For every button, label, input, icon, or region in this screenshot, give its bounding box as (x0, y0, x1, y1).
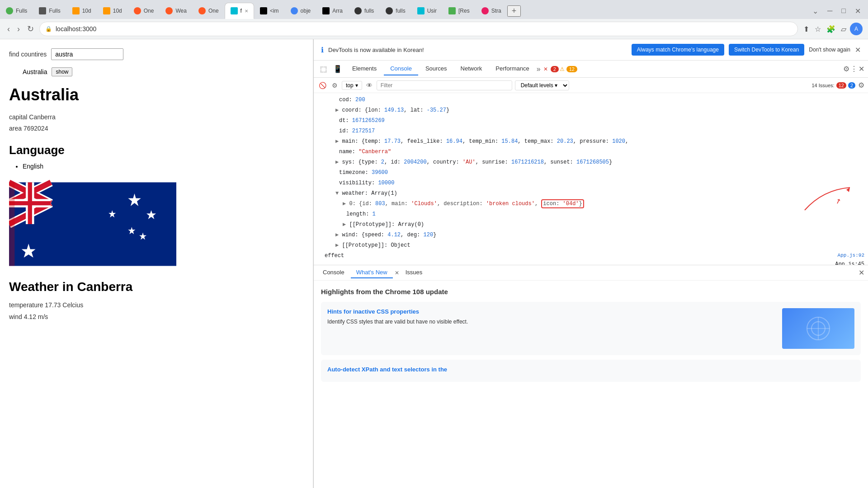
btab-console[interactable]: Console (317, 267, 350, 278)
match-language-button[interactable]: Always match Chrome's language (632, 44, 724, 56)
country-list: Australia show (23, 67, 304, 76)
tab-15-label: [Res (458, 8, 470, 14)
eye-button[interactable]: 👁 (365, 80, 374, 90)
split-view-button[interactable]: ▱ (839, 23, 848, 35)
console-line[interactable]: ▶ [[Prototype]]: Object (314, 240, 868, 251)
notif-text: DevTools is now available in Korean! (328, 47, 627, 53)
notif-close-button[interactable]: ✕ (855, 46, 861, 54)
url-bar[interactable]: 🔒 localhost:3000 (39, 22, 798, 36)
card-1-desc: Identify CSS styles that are valid but h… (327, 318, 777, 326)
tab-network[interactable]: Network (454, 62, 489, 75)
minimize-button[interactable]: ─ (824, 5, 836, 17)
tab-2[interactable]: Fulls (33, 3, 66, 19)
whats-new-card-1: Hints for inactive CSS properties Identi… (321, 302, 861, 355)
share-button[interactable]: ⬆ (802, 23, 811, 35)
bookmark-button[interactable]: ☆ (813, 23, 823, 35)
devtools-bottom-panel: Console What's New ✕ Issues ✕ Highlights… (314, 265, 868, 394)
line-content: ▶ [[Prototype]]: Array(0) (325, 221, 864, 229)
console-output: cod: 200 ▶ coord: {lon: 149.13, lat: -35… (314, 93, 868, 265)
clear-console-button[interactable]: 🚫 (317, 80, 328, 90)
extensions-button[interactable]: 🧩 (825, 23, 837, 35)
tab-9-label: <im (270, 8, 279, 14)
card-2-title[interactable]: Auto-detect XPath and text selectors in … (327, 366, 854, 373)
refresh-button[interactable]: ↻ (25, 22, 36, 36)
tab-12-label: fulls (364, 8, 374, 14)
console-filter-input[interactable] (377, 80, 512, 90)
tab-performance[interactable]: Performance (489, 62, 535, 75)
tab-1[interactable]: Fulls (0, 3, 33, 19)
tab-elements[interactable]: Elements (346, 62, 383, 75)
tab-7[interactable]: One (193, 3, 225, 19)
tab-4[interactable]: 10d (97, 3, 128, 19)
close-bottom-panel[interactable]: ✕ (859, 268, 864, 277)
context-label: top (346, 82, 354, 89)
tab-5-label: One (144, 8, 154, 14)
device-toolbar-button[interactable]: 📱 (330, 63, 345, 75)
console-line[interactable]: ▶ [[Prototype]]: Array(0) (314, 220, 868, 230)
tab-13[interactable]: fulls (380, 3, 411, 19)
tab-4-label: 10d (113, 8, 122, 14)
more-tabs-button[interactable]: » (537, 65, 541, 73)
weather-array-item[interactable]: ▶ 0: {id: 803, main: 'Clouds', descripti… (314, 199, 868, 209)
tab-11[interactable]: Arra (316, 3, 349, 19)
line-content: id: 2172517 (325, 127, 864, 135)
show-button[interactable]: show (52, 67, 72, 76)
tab-console[interactable]: Console (384, 62, 418, 75)
tab-14[interactable]: Usir (411, 3, 443, 19)
flag-container (9, 179, 304, 271)
switch-korean-button[interactable]: Switch DevTools to Korean (729, 44, 804, 56)
search-label: find countires (9, 51, 47, 58)
devtools-close-button[interactable]: ✕ (859, 65, 864, 73)
devtools-settings-button[interactable]: ⚙ (843, 65, 849, 73)
console-line[interactable]: ▶ main: {temp: 17.73, feels_like: 16.94,… (314, 136, 868, 147)
tab-10[interactable]: obje (285, 3, 317, 19)
issues-badge: 14 Issues: 12 2 (811, 82, 855, 89)
devtools-more-button[interactable]: ⋮ (850, 65, 858, 73)
tab-12[interactable]: fulls (349, 3, 380, 19)
maximize-button[interactable]: □ (838, 5, 849, 17)
tab-6[interactable]: Wea (160, 3, 192, 19)
tab-3[interactable]: 10d (66, 3, 97, 19)
tab-16-label: Stra (491, 8, 501, 14)
tab-5[interactable]: One (128, 3, 160, 19)
inspect-element-button[interactable]: ⬚ (317, 63, 330, 75)
tab-9[interactable]: <im (254, 3, 285, 19)
console-settings-button[interactable]: ⚙ (330, 80, 339, 90)
new-tab-button[interactable]: + (507, 5, 521, 17)
tab-list-button[interactable]: ⌄ (809, 5, 822, 17)
tab-8[interactable]: f ✕ (225, 3, 254, 19)
app-source-92[interactable]: App.js:92 (838, 252, 864, 259)
line-content: ▶ main: {temp: 17.73, feels_like: 16.94,… (325, 137, 864, 145)
australia-flag (9, 179, 176, 269)
console-panel-settings[interactable]: ⚙ (858, 81, 864, 89)
console-line[interactable]: ▶ wind: {speed: 4.12, deg: 120} (314, 230, 868, 240)
card-1-title[interactable]: Hints for inactive CSS properties (327, 308, 777, 315)
btab-issues[interactable]: Issues (400, 267, 428, 278)
country-name-item: Australia (23, 68, 47, 75)
profile-button[interactable]: A (850, 23, 863, 35)
back-button[interactable]: ‹ (5, 23, 12, 36)
search-section: find countires (9, 48, 304, 60)
devtools-toolbar: ⬚ 📱 Elements Console Sources Network Per… (314, 61, 868, 78)
tab-8-close[interactable]: ✕ (245, 9, 248, 14)
tab-sources[interactable]: Sources (419, 62, 453, 75)
annotation-arrow (778, 185, 868, 212)
tab-16[interactable]: Stra (476, 3, 507, 19)
context-selector[interactable]: top ▾ (342, 81, 362, 90)
search-input[interactable] (51, 48, 123, 60)
whats-new-close[interactable]: ✕ (395, 270, 399, 276)
error-count-badge: 2 (551, 66, 559, 72)
btab-whats-new[interactable]: What's New (351, 267, 393, 278)
log-levels-select[interactable]: Default levels ▾ (515, 80, 569, 90)
address-bar: ‹ › ↻ 🔒 localhost:3000 ⬆ ☆ 🧩 ▱ A (0, 19, 868, 39)
console-line[interactable]: ▶ sys: {type: 2, id: 2004200, country: '… (314, 157, 868, 168)
close-window-button[interactable]: ✕ (851, 5, 864, 17)
source-line-45: App.js:45 (314, 261, 868, 265)
app-source-45[interactable]: App.js:45 (835, 261, 864, 265)
tab-15[interactable]: [Res (443, 3, 476, 19)
area-info: area 7692024 (9, 123, 304, 134)
forward-button[interactable]: › (15, 23, 22, 36)
console-line[interactable]: ▶ coord: {lon: 149.13, lat: -35.27} (314, 105, 868, 116)
issues-error-count: 12 (836, 82, 846, 89)
dont-show-button[interactable]: Don't show again (809, 47, 850, 53)
